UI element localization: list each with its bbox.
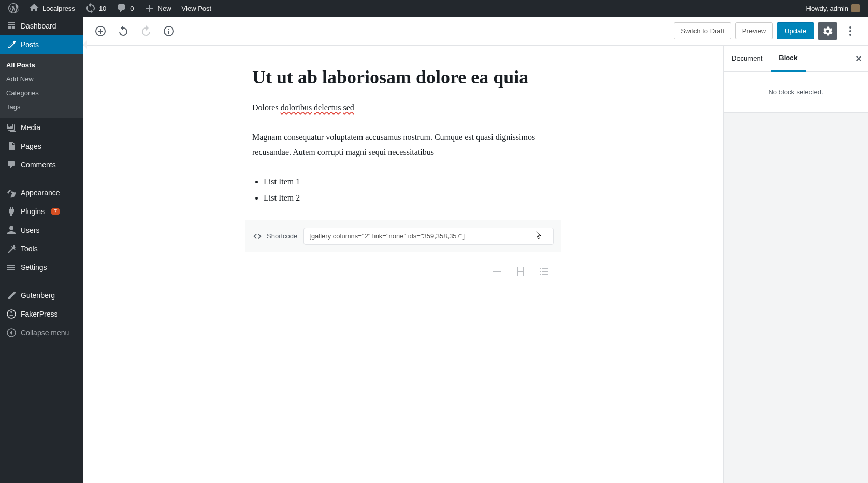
site-name-link[interactable]: Localpress [25, 0, 79, 17]
editor-header: Switch to Draft Preview Update [83, 17, 868, 46]
sidebar-item-appearance[interactable]: Appearance [0, 183, 83, 202]
appender-list-button[interactable] [535, 262, 554, 281]
header-toolbar-right: Switch to Draft Preview Update [674, 22, 860, 40]
sidebar-item-media[interactable]: Media [0, 118, 83, 137]
panel-body: No block selected. [724, 72, 868, 113]
plugins-badge: 7 [51, 208, 60, 215]
wp-logo[interactable] [4, 0, 23, 17]
more-options-button[interactable] [841, 22, 860, 40]
admin-sidebar: Dashboard Posts All Posts Add New Catego… [0, 17, 83, 483]
sidebar-item-label: Tools [21, 245, 38, 253]
appender-heading-button[interactable] [511, 262, 530, 281]
switch-draft-button[interactable]: Switch to Draft [674, 22, 731, 39]
sidebar-item-label: Users [21, 226, 40, 234]
sidebar-item-label: Collapse menu [21, 329, 69, 337]
posts-icon [6, 39, 17, 50]
svg-point-5 [849, 34, 851, 36]
dashboard-icon [6, 21, 17, 31]
tab-block[interactable]: Block [771, 46, 805, 72]
view-post-link[interactable]: View Post [178, 0, 216, 17]
comments-icon [6, 160, 17, 170]
fakerpress-icon [6, 309, 17, 319]
new-content-link[interactable]: New [140, 0, 176, 17]
plus-icon [144, 3, 155, 13]
posts-submenu: All Posts Add New Categories Tags [0, 54, 83, 118]
sidebar-item-comments[interactable]: Comments [0, 155, 83, 174]
preview-button[interactable]: Preview [735, 22, 773, 39]
paragraph-block-1[interactable]: Dolores doloribus delectus sed [245, 101, 561, 116]
pages-icon [6, 141, 17, 151]
updates-count: 10 [99, 5, 106, 12]
comments-count: 0 [130, 5, 134, 12]
sidebar-item-settings[interactable]: Settings [0, 258, 83, 277]
content-info-button[interactable] [160, 22, 178, 40]
svg-point-3 [849, 26, 851, 29]
comments-link[interactable]: 0 [112, 0, 138, 17]
shortcode-block[interactable]: Shortcode [245, 220, 561, 252]
update-icon [85, 3, 96, 13]
shortcode-input[interactable] [303, 228, 554, 245]
post-title[interactable]: Ut ut ab laboriosam dolore ea quia [245, 66, 561, 88]
list-block[interactable]: List Item 1 List Item 2 [245, 174, 561, 206]
editor-canvas[interactable]: Ut ut ab laboriosam dolore ea quia Dolor… [83, 46, 723, 483]
collapse-icon [6, 328, 17, 338]
sidebar-item-label: FakerPress [21, 310, 58, 318]
tab-document[interactable]: Document [724, 46, 771, 70]
sidebar-item-users[interactable]: Users [0, 221, 83, 239]
wordpress-icon [8, 3, 19, 13]
my-account-link[interactable]: Howdy, admin [802, 0, 864, 17]
close-panel-button[interactable] [849, 49, 868, 68]
sidebar-item-label: Comments [21, 161, 56, 169]
sidebar-item-gutenberg[interactable]: Gutenberg [0, 286, 83, 305]
sidebar-item-label: Plugins [21, 207, 45, 216]
list-item[interactable]: List Item 1 [264, 174, 554, 190]
sidebar-item-pages[interactable]: Pages [0, 137, 83, 155]
add-block-button[interactable] [91, 22, 110, 40]
panel-tabs: Document Block [724, 46, 868, 72]
editor-main: Switch to Draft Preview Update Ut ut ab … [83, 17, 868, 483]
settings-panel: Document Block No block selected. [723, 46, 868, 483]
admin-bar-left: Localpress 10 0 New View Post [4, 0, 215, 17]
submenu-all-posts[interactable]: All Posts [0, 58, 83, 72]
sidebar-collapse[interactable]: Collapse menu [0, 323, 83, 342]
sidebar-item-fakerpress[interactable]: FakerPress [0, 305, 83, 323]
svg-point-4 [849, 30, 851, 32]
updates-link[interactable]: 10 [81, 0, 110, 17]
submenu-add-new[interactable]: Add New [0, 72, 83, 86]
sidebar-item-label: Media [21, 123, 40, 132]
howdy-label: Howdy, admin [806, 5, 848, 12]
undo-button[interactable] [114, 22, 133, 40]
main-container: Dashboard Posts All Posts Add New Catego… [0, 17, 868, 483]
shortcode-label: Shortcode [252, 231, 297, 242]
site-name-label: Localpress [42, 5, 75, 12]
sidebar-item-label: Posts [21, 40, 39, 49]
sidebar-item-plugins[interactable]: Plugins 7 [0, 202, 83, 221]
no-block-message: No block selected. [732, 80, 860, 104]
media-icon [6, 122, 17, 133]
sidebar-item-label: Pages [21, 142, 41, 150]
sidebar-item-posts[interactable]: Posts [0, 35, 83, 54]
appender-separator-button[interactable] [487, 262, 506, 281]
editor-body: Ut ut ab laboriosam dolore ea quia Dolor… [83, 46, 868, 483]
list-item[interactable]: List Item 2 [264, 190, 554, 206]
comments-icon [117, 3, 127, 13]
submenu-categories[interactable]: Categories [0, 86, 83, 100]
appearance-icon [6, 188, 17, 198]
paragraph-block-2[interactable]: Magnam consequatur voluptatem accusamus … [245, 130, 561, 160]
svg-point-1 [10, 311, 12, 313]
users-icon [6, 225, 17, 235]
sidebar-item-label: Dashboard [21, 22, 56, 30]
sidebar-item-label: Settings [21, 263, 47, 272]
avatar [851, 4, 860, 12]
tools-icon [6, 244, 17, 254]
block-appender [245, 262, 561, 281]
redo-button[interactable] [137, 22, 155, 40]
sidebar-item-dashboard[interactable]: Dashboard [0, 17, 83, 35]
new-label: New [158, 5, 171, 12]
update-button[interactable]: Update [777, 22, 814, 39]
submenu-tags[interactable]: Tags [0, 100, 83, 114]
header-toolbar-left [91, 22, 178, 40]
sidebar-item-tools[interactable]: Tools [0, 239, 83, 258]
sidebar-item-label: Appearance [21, 189, 60, 197]
settings-toggle-button[interactable] [818, 22, 837, 40]
